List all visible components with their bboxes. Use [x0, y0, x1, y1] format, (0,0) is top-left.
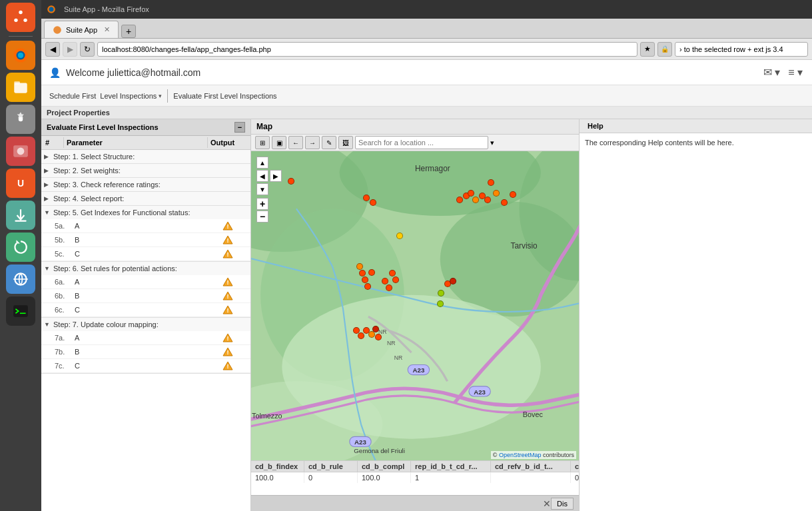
map-pan-right[interactable]: → [305, 136, 320, 149]
nav-schedule-dropdown[interactable]: ▾ [159, 93, 162, 99]
map-header: Map [251, 119, 579, 135]
close-x-button[interactable]: ✕ [543, 498, 551, 509]
step-4-header[interactable]: ▶ Step: 4. Select report: [41, 192, 250, 205]
map-image-btn[interactable]: 🖼 [338, 136, 353, 149]
map-marker-20[interactable] [386, 284, 392, 291]
map-select-btn[interactable]: ▣ [272, 136, 286, 149]
nav-schedule-line1: Schedule First [49, 92, 96, 100]
dt-cell-rep: 1 [411, 472, 491, 483]
tab-close-icon[interactable]: ✕ [104, 25, 110, 34]
firefox-icon[interactable] [6, 41, 35, 70]
tab-label: Suite App [66, 26, 97, 34]
forward-button[interactable]: ▶ [63, 42, 77, 57]
map-nav-right[interactable]: ▶ [270, 170, 282, 182]
map-marker-14[interactable] [356, 263, 363, 270]
map-nav-up[interactable]: ▲ [256, 157, 268, 169]
new-tab-button[interactable]: + [121, 25, 136, 38]
map-marker-31[interactable] [372, 326, 379, 332]
svg-rect-8 [14, 81, 20, 84]
zoom-out-button[interactable]: − [256, 211, 268, 223]
step-6b-warning: ! [208, 291, 248, 300]
map-marker-16[interactable] [362, 276, 368, 283]
nav-evaluate-label: Evaluate First Level Inspections [173, 92, 276, 100]
step-3-header[interactable]: ▶ Step: 3. Check reference ratings: [41, 178, 250, 191]
map-marker-13[interactable] [510, 191, 516, 198]
map-marker-22[interactable] [392, 276, 399, 283]
map-marker-32[interactable] [375, 334, 382, 340]
ubuntu-icon[interactable] [6, 3, 35, 32]
email-button[interactable]: ✉ ▾ [762, 65, 781, 80]
step-1-label: Step: 1. Select Structure: [53, 153, 135, 161]
map-marker-26[interactable] [437, 300, 444, 307]
nav-schedule[interactable]: Schedule First Level Inspections ▾ [49, 92, 162, 100]
map-marker-17[interactable] [364, 283, 371, 290]
map-nav-left[interactable]: ◀ [256, 170, 268, 182]
svg-text:Gemona del Friuli: Gemona del Friuli [354, 447, 405, 454]
bookmark-icon[interactable]: ★ [640, 42, 655, 57]
map-marker-6[interactable] [456, 197, 463, 203]
map-pencil-btn[interactable]: ✎ [322, 136, 336, 149]
map-marker-12[interactable] [501, 199, 508, 206]
map-search-input[interactable] [355, 136, 488, 149]
map-marker-15[interactable] [359, 270, 366, 276]
svg-text:NR: NR [387, 340, 395, 346]
svg-text:!: ! [227, 293, 229, 300]
warning-icon-5a: ! [222, 221, 233, 231]
map-marker-21[interactable] [389, 270, 396, 276]
ssl-icon[interactable]: 🔒 [657, 42, 672, 57]
map-marker-25[interactable] [438, 290, 444, 296]
settings-icon[interactable] [6, 105, 35, 134]
step-5-expand-icon: ▼ [44, 209, 51, 216]
step-2-header[interactable]: ▶ Step: 2. Set weights: [41, 164, 250, 177]
dis-button[interactable]: Dis [551, 498, 574, 510]
photos-icon[interactable] [6, 137, 35, 166]
files-icon[interactable] [6, 73, 35, 102]
map-pan-left[interactable]: ← [288, 136, 303, 149]
map-marker-4[interactable] [363, 195, 370, 201]
map-nav-down[interactable]: ▼ [256, 183, 268, 195]
address-bar[interactable] [97, 42, 637, 57]
step-5-header[interactable]: ▼ Step: 5. Get Indexes for Functional st… [41, 206, 250, 219]
step-6a-num: 6a. [55, 278, 75, 286]
map-marker-28[interactable] [358, 332, 364, 339]
map-marker-18[interactable] [368, 269, 375, 276]
step-6-header[interactable]: ▼ Step: 6. Set rules for potential actio… [41, 262, 250, 275]
nav-evaluate[interactable]: Evaluate First Level Inspections [173, 92, 276, 100]
step-7: ▼ Step: 7. Update colour mapping: 7a. A … [41, 318, 250, 374]
active-tab[interactable]: Suite App ✕ [44, 21, 119, 38]
map-search-dropdown-icon[interactable]: ▾ [490, 139, 494, 147]
back-button[interactable]: ◀ [45, 42, 60, 57]
zoom-in-button[interactable]: + [256, 198, 268, 210]
steps-scroll: ▶ Step: 1. Select Structure: ▶ Step: 2. … [41, 150, 250, 511]
map-marker-24[interactable] [450, 278, 456, 284]
terminal-icon[interactable] [6, 296, 35, 326]
map-marker-2[interactable] [488, 179, 494, 186]
download-icon[interactable] [6, 201, 35, 230]
refresh-button[interactable]: ↻ [80, 42, 95, 57]
step-1-header[interactable]: ▶ Step: 1. Select Structure: [41, 150, 250, 163]
menu-button[interactable]: ≡ ▾ [787, 65, 804, 80]
osm-link[interactable]: OpenStreetMap [499, 452, 542, 458]
network-icon[interactable] [6, 264, 35, 294]
map-container[interactable]: A23 A23 A23 NR NR NR Hermagor Tarvisio T… [251, 151, 579, 460]
svg-point-17 [53, 26, 61, 34]
refresh-icon[interactable] [6, 233, 35, 262]
map-marker-8[interactable] [468, 190, 474, 197]
step-7-header[interactable]: ▼ Step: 7. Update colour mapping: [41, 318, 250, 331]
map-marker-5[interactable] [370, 199, 376, 206]
browser-search[interactable] [675, 42, 808, 57]
map-marker-9[interactable] [472, 197, 479, 203]
ubiquity-icon[interactable]: U [6, 169, 35, 198]
map-toolbar: ⊞ ▣ ← → ✎ 🖼 ▾ [251, 135, 579, 151]
step-5c-warning: ! [208, 249, 248, 258]
panel-collapse-button[interactable]: − [234, 122, 245, 133]
svg-text:!: ! [227, 279, 229, 286]
map-marker-3[interactable] [493, 190, 500, 197]
map-marker-yellow[interactable] [396, 233, 403, 239]
map-marker-1[interactable] [288, 178, 294, 185]
step-4: ▶ Step: 4. Select report: [41, 192, 250, 206]
map-marker-19[interactable] [382, 278, 388, 284]
map-grid-btn[interactable]: ⊞ [255, 136, 270, 149]
map-marker-11[interactable] [484, 197, 491, 203]
center-panel: Map ⊞ ▣ ← → ✎ 🖼 ▾ [251, 119, 579, 511]
